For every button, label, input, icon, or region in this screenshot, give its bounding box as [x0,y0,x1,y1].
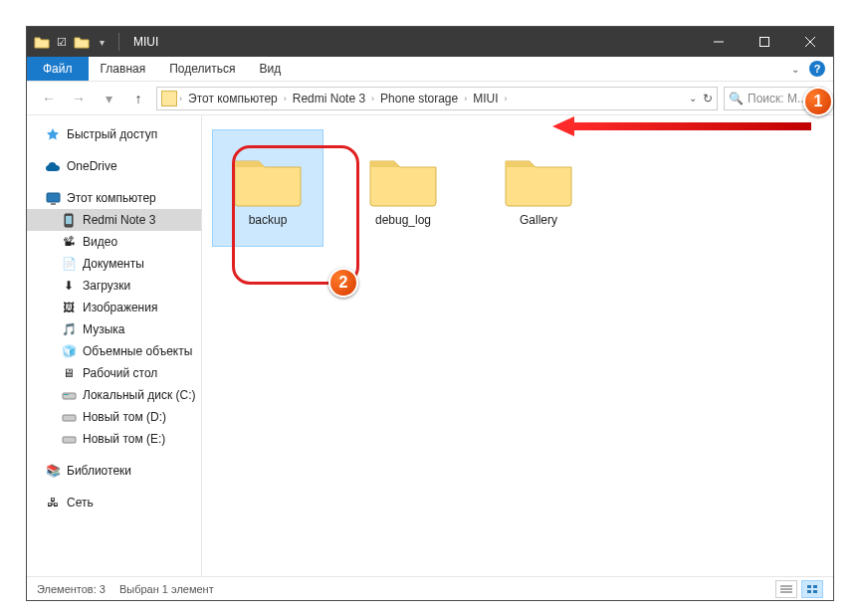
crumb-device[interactable]: Redmi Note 3 [289,92,369,105]
forward-button[interactable]: → [67,87,91,110]
properties-icon[interactable]: ☑ [53,33,71,51]
crumb-storage[interactable]: Phone storage [376,92,462,105]
chevron-right-icon[interactable]: › [371,94,374,103]
refresh-icon[interactable]: ↻ [703,92,713,105]
sidebar-item-documents[interactable]: 📄 Документы [27,253,201,275]
svg-rect-17 [807,590,811,593]
navigation-pane: Быстрый доступ OneDrive Этот компьютер [27,115,202,576]
qat-dropdown-icon[interactable]: ▾ [93,33,110,51]
chevron-right-icon[interactable]: › [284,94,287,103]
svg-rect-9 [64,394,69,395]
sidebar-item-pictures[interactable]: 🖼 Изображения [27,297,201,318]
sidebar-item-3d[interactable]: 🧊 Объемные объекты [27,340,201,362]
cube-icon: 🧊 [61,343,77,359]
folder-icon [502,149,575,207]
maximize-button[interactable] [742,27,787,57]
library-icon: 📚 [45,463,61,479]
drive-icon [61,431,77,447]
folder-gallery[interactable]: Gallery [483,129,594,247]
music-icon: 🎵 [61,321,77,337]
history-dropdown[interactable]: ▾ [97,87,120,110]
sidebar-network[interactable]: 🖧 Сеть [27,492,201,513]
sidebar-quick-access[interactable]: Быстрый доступ [27,123,201,145]
search-placeholder: Поиск: M... [748,92,807,105]
drive-icon [61,387,77,403]
address-bar-row: ← → ▾ ↑ › Этот компьютер › Redmi Note 3 … [27,82,833,115]
sidebar-item-disk-e[interactable]: Новый том (E:) [27,428,201,450]
expand-ribbon-icon[interactable]: ⌄ [791,64,799,75]
status-selected: Выбран 1 элемент [119,583,214,595]
sidebar-this-pc[interactable]: Этот компьютер [27,187,201,209]
tab-view[interactable]: Вид [247,57,293,81]
tab-home[interactable]: Главная [89,57,158,81]
ribbon: Файл Главная Поделиться Вид ⌄ ? [27,57,833,82]
sidebar-item-videos[interactable]: 📽 Видео [27,231,201,253]
sidebar-item-device[interactable]: Redmi Note 3 [27,209,201,231]
back-button[interactable]: ← [37,87,61,110]
minimize-button[interactable] [696,27,742,57]
chevron-right-icon[interactable]: › [464,94,467,103]
chevron-right-icon[interactable]: › [505,94,508,103]
search-input[interactable]: 🔍 Поиск: M... [724,87,823,110]
view-details-button[interactable] [775,580,797,598]
qat: ☑ ▾ [27,33,125,51]
tab-share[interactable]: Поделиться [157,57,247,81]
tab-file[interactable]: Файл [27,57,89,81]
folder-icon [33,33,51,51]
svg-rect-10 [63,415,76,421]
search-icon: 🔍 [729,92,744,105]
svg-rect-15 [807,585,811,588]
drive-icon [61,409,77,425]
folder-backup[interactable]: backup [212,129,323,247]
svg-rect-11 [63,437,76,443]
picture-icon: 🖼 [61,300,77,315]
star-icon [45,126,61,142]
folder-label: Gallery [520,213,557,227]
cloud-icon [45,158,61,174]
sidebar-item-disk-d[interactable]: Новый том (D:) [27,406,201,428]
up-button[interactable]: ↑ [126,87,150,110]
file-list[interactable]: backup debug_log Gallery [202,115,833,576]
qat-folder-icon[interactable] [73,33,91,51]
phone-icon [61,212,77,228]
sidebar-libraries[interactable]: 📚 Библиотеки [27,460,201,482]
video-icon: 📽 [61,234,77,250]
svg-rect-4 [47,193,60,202]
folder-icon [366,149,440,207]
folder-debug-log[interactable]: debug_log [347,129,459,247]
monitor-icon [45,190,61,206]
view-icons-button[interactable] [801,580,823,598]
sidebar-item-desktop[interactable]: 🖥 Рабочий стол [27,362,201,384]
svg-rect-5 [51,203,56,205]
location-icon [161,91,177,106]
sidebar-item-downloads[interactable]: ⬇ Загрузки [27,275,201,297]
status-bar: Элементов: 3 Выбран 1 элемент [27,576,833,600]
sidebar-item-disk-c[interactable]: Локальный диск (C:) [27,384,201,406]
crumb-folder[interactable]: MIUI [469,92,502,105]
window-title: MIUI [125,35,158,49]
folder-label: debug_log [375,213,431,227]
address-dropdown-icon[interactable]: ⌄ [689,93,697,103]
title-bar: ☑ ▾ MIUI [27,27,833,57]
document-icon: 📄 [61,256,77,272]
address-bar[interactable]: › Этот компьютер › Redmi Note 3 › Phone … [156,87,718,110]
status-count: Элементов: 3 [37,583,106,595]
chevron-right-icon[interactable]: › [179,94,182,103]
folder-icon [231,149,305,207]
download-icon: ⬇ [61,278,77,294]
network-icon: 🖧 [45,495,61,511]
folder-label: backup [249,213,288,227]
svg-rect-8 [63,393,76,399]
svg-rect-1 [760,38,769,47]
close-button[interactable] [787,27,833,57]
sidebar-onedrive[interactable]: OneDrive [27,155,201,177]
desktop-icon: 🖥 [61,365,77,381]
svg-rect-16 [813,585,817,588]
svg-rect-7 [66,216,72,224]
help-icon[interactable]: ? [809,61,825,77]
sidebar-item-music[interactable]: 🎵 Музыка [27,318,201,340]
crumb-thispc[interactable]: Этот компьютер [184,92,282,105]
svg-rect-18 [813,590,817,593]
explorer-window: ☑ ▾ MIUI Файл Главная Поделиться Вид ⌄ ?… [26,26,834,601]
